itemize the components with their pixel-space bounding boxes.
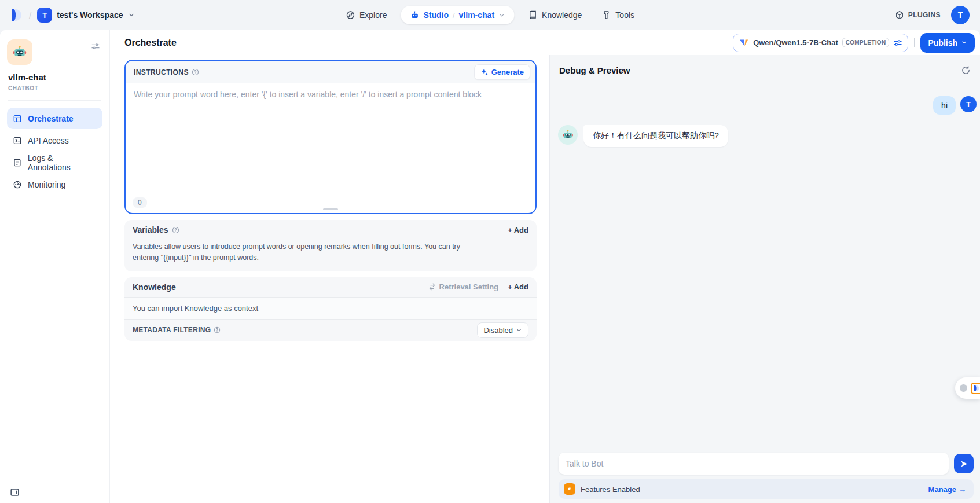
- info-icon: [172, 226, 179, 234]
- arrow-right-icon: →: [959, 485, 966, 494]
- logs-document-icon: [13, 158, 22, 167]
- chat-input-area: Features Enabled Manage →: [550, 453, 980, 503]
- app-icon: [7, 39, 32, 65]
- chevron-down-icon: [516, 327, 522, 333]
- app-name: vllm-chat: [8, 72, 102, 82]
- add-variable-button[interactable]: + Add: [508, 226, 528, 234]
- restart-conversation-button[interactable]: [960, 64, 972, 76]
- debug-preview-title: Debug & Preview: [559, 65, 630, 75]
- add-knowledge-label: Add: [514, 282, 528, 291]
- user-message-row: hi T: [558, 96, 977, 115]
- manage-label: Manage: [928, 485, 956, 494]
- orchestrate-config-column: INSTRUCTIONS Generate 0: [110, 55, 549, 503]
- chevron-down-icon[interactable]: [498, 12, 505, 19]
- instructions-title: INSTRUCTIONS: [134, 68, 189, 76]
- plugins-label: PLUGINS: [908, 11, 941, 19]
- sidebar-item-monitoring[interactable]: Monitoring: [7, 174, 102, 195]
- floating-edge-widget[interactable]: [955, 377, 980, 399]
- nav-knowledge[interactable]: Knowledge: [522, 6, 588, 24]
- drag-dot-icon: [960, 384, 967, 392]
- chat-history: hi T: [550, 81, 980, 453]
- page-title: Orchestrate: [124, 38, 177, 48]
- quote-icon: [566, 486, 573, 493]
- workspace-avatar: T: [37, 8, 52, 23]
- collapse-sidebar-icon[interactable]: [9, 487, 20, 498]
- sidebar-item-orchestrate[interactable]: Orchestrate: [7, 108, 102, 129]
- sidebar-item-label: Monitoring: [28, 180, 65, 189]
- sidebar-item-logs-annotations[interactable]: Logs & Annotations: [7, 152, 102, 173]
- panel-right-icon: [9, 487, 20, 498]
- metadata-filtering-title: METADATA FILTERING: [133, 326, 211, 334]
- workspace-switcher[interactable]: T test's Workspace: [37, 8, 134, 23]
- sidebar-item-label: Orchestrate: [28, 114, 74, 123]
- send-button[interactable]: [954, 454, 974, 473]
- metadata-filtering-select[interactable]: Disabled: [477, 322, 528, 338]
- nav-studio-active[interactable]: Studio / vllm-chat: [401, 6, 514, 24]
- sliders-icon: [91, 42, 100, 51]
- add-knowledge-button[interactable]: + Add: [508, 282, 528, 291]
- features-bar: Features Enabled Manage →: [559, 479, 974, 499]
- monitoring-gauge-icon: [13, 180, 22, 189]
- app-settings-icon[interactable]: [91, 42, 100, 51]
- model-params-sliders-icon[interactable]: [893, 38, 902, 47]
- nav-current-app: vllm-chat: [459, 10, 494, 20]
- app-type-badge: CHATBOT: [8, 85, 102, 91]
- model-selector[interactable]: Qwen/Qwen1.5-7B-Chat COMPLETION: [733, 34, 908, 52]
- user-avatar[interactable]: T: [951, 6, 970, 24]
- main-area: vllm-chat CHATBOT Orchestrate API Access…: [0, 30, 980, 503]
- variables-description: Variables allow users to introduce promp…: [124, 240, 495, 271]
- plugins-button[interactable]: PLUGINS: [895, 10, 941, 20]
- debug-preview-panel: Debug & Preview hi T: [549, 55, 980, 503]
- user-message-bubble: hi: [933, 96, 956, 115]
- send-icon: [960, 460, 968, 468]
- vllm-logo-icon: [739, 38, 749, 48]
- sparkle-icon: [480, 68, 489, 76]
- nav-separator: /: [453, 11, 455, 20]
- model-name: Qwen/Qwen1.5-7B-Chat: [753, 38, 838, 47]
- sidebar-divider: [8, 100, 101, 101]
- robot-emoji-icon: [561, 128, 574, 141]
- instructions-panel: INSTRUCTIONS Generate 0: [124, 60, 537, 214]
- nav-tools[interactable]: Tools: [596, 6, 640, 24]
- manage-features-link[interactable]: Manage →: [928, 485, 966, 494]
- content-area: Orchestrate Qwen/Qwen1.5-7B-Chat COMPLET…: [110, 30, 980, 503]
- terminal-icon: [13, 136, 22, 145]
- add-variable-label: Add: [514, 226, 528, 234]
- resize-handle[interactable]: [323, 208, 338, 210]
- knowledge-section: Knowledge Retrieval Setting + Add: [124, 277, 537, 341]
- tools-icon: [601, 10, 611, 20]
- sidebar-item-api-access[interactable]: API Access: [7, 130, 102, 151]
- nav-explore[interactable]: Explore: [340, 6, 392, 24]
- breadcrumb-separator: /: [29, 10, 31, 20]
- top-navigation-bar: / T test's Workspace Explore Studio / vl…: [0, 0, 980, 30]
- restart-icon: [961, 65, 971, 75]
- nav-knowledge-label: Knowledge: [542, 10, 582, 20]
- header-divider: [914, 38, 915, 47]
- retrieval-arrows-icon: [428, 283, 436, 291]
- orchestrate-window-icon: [13, 114, 22, 123]
- info-icon: [192, 68, 199, 76]
- dify-logo-icon: [973, 385, 980, 392]
- retrieval-setting-label: Retrieval Setting: [439, 282, 499, 291]
- dify-plugin-mini-icon: [971, 383, 980, 394]
- explore-icon: [346, 10, 355, 20]
- instructions-editor[interactable]: [134, 90, 527, 197]
- dify-logo-icon[interactable]: [9, 8, 23, 22]
- plus-icon: +: [508, 282, 512, 291]
- generate-button[interactable]: Generate: [474, 64, 530, 80]
- model-mode-badge: COMPLETION: [842, 38, 890, 47]
- nav-tools-label: Tools: [615, 10, 634, 20]
- workspace-name: test's Workspace: [57, 10, 123, 20]
- user-chat-avatar: T: [960, 96, 977, 112]
- knowledge-description: You can import Knowledge as context: [124, 298, 537, 319]
- retrieval-setting-button[interactable]: Retrieval Setting: [428, 282, 499, 291]
- sidebar-item-label: API Access: [28, 136, 69, 145]
- publish-label: Publish: [928, 38, 957, 47]
- nav-explore-label: Explore: [359, 10, 387, 20]
- metadata-filtering-value: Disabled: [483, 326, 513, 335]
- bot-message-row: 你好！有什么问题我可以帮助你吗?: [558, 125, 977, 147]
- char-count-badge: 0: [133, 197, 147, 208]
- chat-input[interactable]: [559, 453, 949, 475]
- robot-emoji-icon: [12, 44, 28, 60]
- publish-button[interactable]: Publish: [920, 33, 975, 53]
